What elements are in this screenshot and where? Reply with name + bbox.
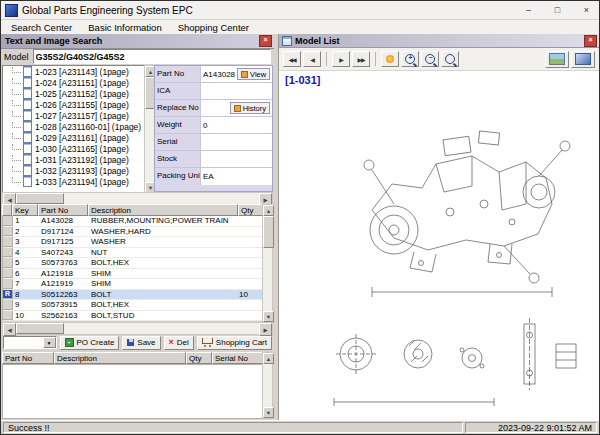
panel-close-icon[interactable]: × bbox=[259, 35, 272, 47]
save-icon bbox=[127, 339, 134, 346]
parts-table-row[interactable]: 10S2562163BOLT,STUD bbox=[3, 311, 263, 322]
first-page-button[interactable]: ◀◀ bbox=[283, 51, 301, 67]
tree-item[interactable]: 1-032 [A231193] (1page) bbox=[3, 165, 145, 176]
left-panel-titlebar: Text and Image Search × bbox=[1, 34, 274, 49]
order-col-qty[interactable]: Qty bbox=[186, 352, 212, 364]
order-col-serial-no[interactable]: Serial No bbox=[212, 352, 264, 364]
shopping-cart-button[interactable]: Shopping Cart bbox=[197, 336, 272, 350]
po-create-button[interactable]: PO Create bbox=[60, 336, 120, 350]
cell-part-no: S0573915 bbox=[39, 300, 89, 310]
tree-connector-icon bbox=[12, 67, 21, 73]
menu-basic-information[interactable]: Basic Information bbox=[80, 20, 169, 35]
toolbar-separator bbox=[326, 52, 327, 66]
export-icon bbox=[575, 53, 591, 65]
chevron-down-icon[interactable]: ▼ bbox=[43, 337, 56, 348]
parts-table-row[interactable]: 4S407243NUT bbox=[3, 248, 263, 259]
model-list-icon bbox=[282, 36, 292, 46]
tree-item[interactable]: 1-031 [A231192] (1page) bbox=[3, 154, 145, 165]
minimize-icon[interactable]: – bbox=[516, 2, 541, 19]
scroll-up-icon[interactable]: ▲ bbox=[263, 205, 274, 216]
row-header-corner bbox=[2, 204, 12, 216]
cell-description: BOLT,HEX bbox=[89, 258, 237, 268]
scroll-thumb[interactable] bbox=[16, 323, 64, 334]
maximize-icon[interactable]: □ bbox=[545, 2, 570, 19]
detail-value-cell: A143028 View bbox=[201, 66, 272, 82]
menu-search-center[interactable]: Search Center bbox=[3, 20, 80, 35]
history-button[interactable]: History bbox=[230, 102, 270, 114]
delete-button[interactable]: ×Del bbox=[164, 336, 194, 350]
tree-item[interactable]: 1-029 [A231161] (1page) bbox=[3, 132, 145, 143]
tree-connector-icon bbox=[12, 78, 21, 84]
scroll-thumb[interactable] bbox=[263, 216, 274, 248]
scroll-thumb[interactable] bbox=[16, 193, 64, 204]
export-image-button[interactable] bbox=[571, 51, 595, 68]
parts-table-body: 1A143028RUBBER,MOUNTING;POWER TRAIN2D917… bbox=[2, 216, 264, 321]
prev-page-button[interactable]: ◀ bbox=[303, 51, 321, 67]
scroll-down-icon[interactable]: ▼ bbox=[263, 407, 274, 418]
status-timestamp: 2023-09-22 9:01:52 AM bbox=[465, 422, 597, 433]
tree-item-label: 1-026 [A231155] (1page) bbox=[35, 100, 129, 110]
parts-table-row[interactable]: 9S0573915BOLT,HEX bbox=[3, 300, 263, 311]
parts-table-row[interactable]: 5S0573763BOLT,HEX bbox=[3, 258, 263, 269]
last-page-button[interactable]: ▶▶ bbox=[352, 51, 370, 67]
parts-table-vertical-scrollbar[interactable]: ▲ ▼ bbox=[262, 204, 273, 323]
cell-qty bbox=[237, 269, 263, 279]
tree-item[interactable]: 1-033 [A231194] (1page) bbox=[3, 176, 145, 187]
order-table-vertical-scrollbar[interactable]: ▲ ▼ bbox=[262, 352, 273, 419]
scroll-up-icon[interactable]: ▲ bbox=[263, 353, 274, 364]
col-header-key[interactable]: Key bbox=[12, 204, 38, 216]
tree-item-label: 1-032 [A231193] (1page) bbox=[35, 166, 129, 176]
parts-table-horizontal-scrollbar[interactable]: ◀ ▶ bbox=[2, 322, 273, 335]
tree-item-label: 1-023 [A231143] (1page) bbox=[35, 67, 129, 77]
detail-label: Weight bbox=[155, 117, 201, 133]
model-input[interactable] bbox=[33, 49, 271, 64]
tree-item[interactable]: 1-024 [A231151] (1page) bbox=[3, 77, 145, 88]
scroll-down-icon[interactable]: ▼ bbox=[263, 311, 274, 322]
image-view-button[interactable] bbox=[545, 51, 569, 68]
page-icon bbox=[23, 132, 32, 143]
parts-table-row[interactable]: 2D917124WASHER,HARD bbox=[3, 227, 263, 238]
tree-item[interactable]: 1-026 [A231155] (1page) bbox=[3, 99, 145, 110]
tree-item[interactable]: 1-025 [A231152] (1page) bbox=[3, 88, 145, 99]
part-select-dropdown[interactable]: ▼ bbox=[3, 336, 57, 349]
parts-table-row[interactable]: 3D917125WASHER bbox=[3, 237, 263, 248]
save-button[interactable]: Save bbox=[122, 336, 160, 350]
zoom-in-button[interactable]: + bbox=[401, 51, 419, 67]
menu-shopping-center[interactable]: Shopping Center bbox=[170, 20, 257, 35]
panel-close-icon[interactable]: × bbox=[584, 35, 597, 47]
window-titlebar: Global Parts Engineering System EPC – □ … bbox=[1, 1, 599, 20]
tree-item[interactable]: 1-027 [A231157] (1page) bbox=[3, 110, 145, 121]
order-col-description[interactable]: Description bbox=[54, 352, 186, 364]
col-header-part-no[interactable]: Part No bbox=[38, 204, 88, 216]
order-col-part-no[interactable]: Part No bbox=[2, 352, 54, 364]
model-list-panel: Model List × ◀◀ ◀ ▶ ▶▶ + − [1-031] bbox=[278, 34, 599, 420]
detail-value: 0 bbox=[203, 121, 207, 130]
tree-item[interactable]: 1-028 [A231160-01] (1page) bbox=[3, 121, 145, 132]
window-title: Global Parts Engineering System EPC bbox=[22, 5, 193, 16]
row-marker bbox=[3, 311, 13, 321]
parts-table-row[interactable]: 7A121919SHIM bbox=[3, 279, 263, 290]
po-create-icon bbox=[65, 338, 74, 347]
parts-table-row[interactable]: 1A143028RUBBER,MOUNTING;POWER TRAIN bbox=[3, 216, 263, 227]
parts-table-row[interactable]: 6A121918SHIM bbox=[3, 269, 263, 280]
zoom-out-button[interactable]: − bbox=[421, 51, 439, 67]
marker-tool-button[interactable] bbox=[381, 51, 399, 67]
tree-item-label: 1-027 [A231157] (1page) bbox=[35, 111, 129, 121]
tree-item[interactable]: 1-030 [A231165] (1page) bbox=[3, 143, 145, 154]
detail-row: Stock bbox=[155, 151, 272, 168]
close-icon[interactable]: × bbox=[574, 2, 599, 19]
detail-label: Serial bbox=[155, 134, 201, 150]
parts-table-row[interactable]: R8S0512263BOLT10 bbox=[3, 290, 263, 301]
tree-item[interactable]: 1-023 [A231143] (1page) bbox=[3, 66, 145, 77]
cell-part-no: S0573763 bbox=[39, 258, 89, 268]
next-page-button[interactable]: ▶ bbox=[332, 51, 350, 67]
history-button-icon bbox=[234, 105, 241, 112]
cell-description: BOLT bbox=[89, 290, 237, 300]
model-row: Model bbox=[1, 48, 274, 65]
detail-value-cell: EA bbox=[201, 168, 272, 185]
zoom-fit-button[interactable] bbox=[441, 51, 459, 67]
cell-description: SHIM bbox=[89, 279, 237, 289]
col-header-qty[interactable]: Qty bbox=[238, 204, 264, 216]
col-header-description[interactable]: Description bbox=[88, 204, 238, 216]
view-button[interactable]: View bbox=[237, 68, 270, 80]
